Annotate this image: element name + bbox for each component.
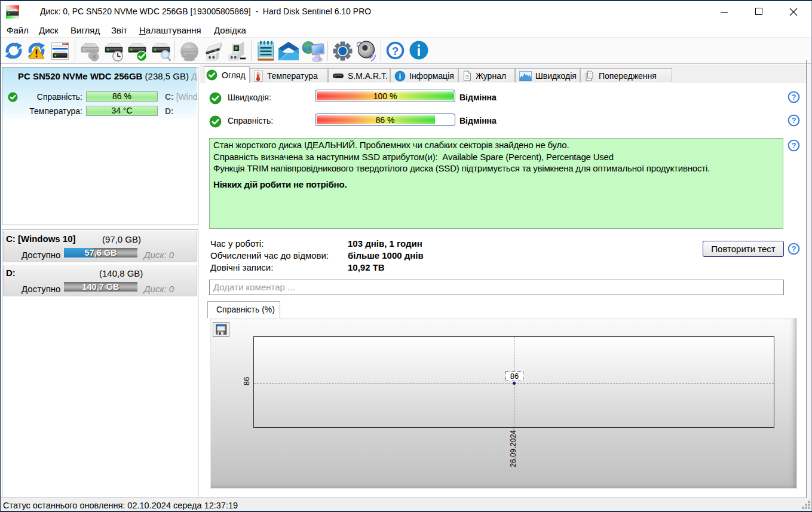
- svg-text:?: ?: [392, 45, 399, 57]
